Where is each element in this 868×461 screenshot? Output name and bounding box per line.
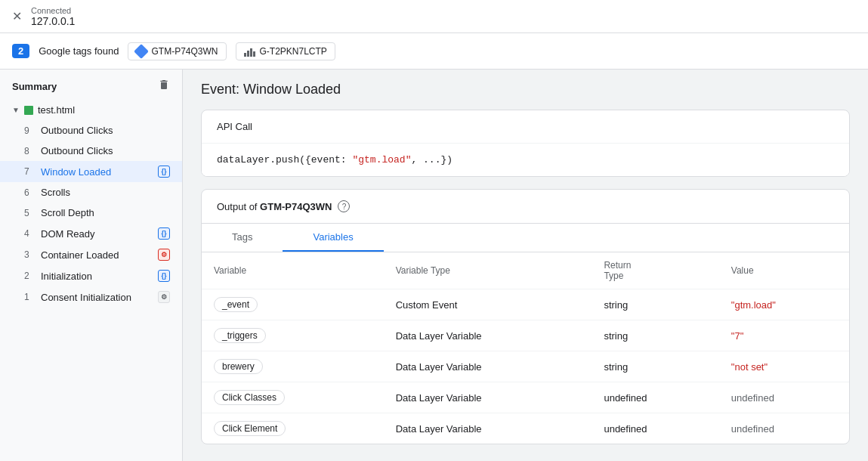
tags-bar: 2 Google tags found GTM-P74Q3WN G-T2PKN7… — [0, 33, 868, 70]
event-badge: {} — [158, 166, 170, 178]
sidebar-header: Summary — [0, 70, 182, 100]
cell-return-type: undefined — [592, 413, 718, 444]
sidebar-event-6[interactable]: 6Scrolls — [0, 182, 182, 203]
output-card: Output of GTM-P74Q3WN ? Tags Variables V… — [201, 189, 850, 444]
col-variable: Variable — [202, 252, 384, 289]
event-num: 6 — [24, 187, 35, 198]
cell-return-type: string — [592, 289, 718, 320]
close-icon[interactable]: ✕ — [12, 9, 22, 23]
ga-tag-badge[interactable]: G-T2PKN7LCTP — [236, 42, 335, 60]
event-name: DOM Ready — [41, 228, 152, 240]
connected-info: Connected 127.0.0.1 — [31, 6, 75, 27]
var-table-body: _eventCustom Eventstring"gtm.load"_trigg… — [202, 289, 849, 444]
event-num: 8 — [24, 146, 35, 156]
api-call-code: dataLayer.push({event: "gtm.load", ...}) — [202, 144, 849, 176]
event-num: 4 — [24, 228, 35, 239]
ga-tag-label: G-T2PKN7LCTP — [260, 46, 327, 57]
event-name: Outbound Clicks — [41, 125, 170, 136]
code-datalayer: dataLayer.push({event: — [217, 154, 352, 166]
cell-variable: _triggers — [202, 320, 384, 351]
sidebar-title: Summary — [12, 81, 57, 92]
content-area: Event: Window Loaded API Call dataLayer.… — [183, 70, 868, 461]
col-return-type: ReturnType — [592, 252, 718, 289]
gtm-tag-badge[interactable]: GTM-P74Q3WN — [128, 42, 226, 60]
col-value: Value — [719, 252, 849, 289]
cell-variable-type: Data Layer Variable — [384, 413, 592, 444]
sidebar-event-8[interactable]: 8Outbound Clicks — [0, 141, 182, 161]
connected-label: Connected — [31, 6, 75, 15]
cell-variable-type: Data Layer Variable — [384, 351, 592, 382]
tree-parent[interactable]: ▼ test.html — [0, 100, 182, 120]
table-header-row: Variable Variable Type ReturnType Value — [202, 252, 849, 289]
sidebar-event-7[interactable]: 7Window Loaded{} — [0, 161, 182, 182]
api-call-card: API Call dataLayer.push({event: "gtm.loa… — [201, 110, 850, 177]
sidebar-event-4[interactable]: 4DOM Ready{} — [0, 223, 182, 244]
output-header: Output of GTM-P74Q3WN ? — [202, 190, 849, 224]
code-rest: , ...}) — [411, 154, 453, 166]
event-num: 2 — [24, 271, 35, 281]
cell-return-type: string — [592, 320, 718, 351]
gtm-tag-label: GTM-P74Q3WN — [151, 46, 218, 57]
event-name: Consent Initialization — [41, 292, 152, 303]
variables-table: Variable Variable Type ReturnType Value … — [202, 252, 849, 444]
table-row: Click ElementData Layer Variableundefine… — [202, 413, 849, 444]
cell-value: "gtm.load" — [719, 289, 849, 320]
tags-count: 2 — [12, 44, 29, 58]
variable-chip: _event — [214, 297, 258, 312]
event-title: Event: Window Loaded — [183, 70, 868, 110]
cell-value: undefined — [719, 413, 849, 444]
variable-chip: Click Element — [214, 421, 286, 436]
event-name: Window Loaded — [41, 166, 152, 178]
cell-variable: brewery — [202, 351, 384, 382]
tags-found-label: Google tags found — [39, 45, 119, 57]
events-list: 9Outbound Clicks8Outbound Clicks7Window … — [0, 120, 182, 308]
cell-variable-type: Data Layer Variable — [384, 320, 592, 351]
sidebar-event-5[interactable]: 5Scroll Depth — [0, 203, 182, 223]
cell-variable: _event — [202, 289, 384, 320]
tree-arrow: ▼ — [12, 106, 20, 114]
code-event-value: "gtm.load" — [352, 154, 411, 166]
event-name: Scrolls — [41, 187, 170, 198]
event-name: Container Loaded — [41, 249, 152, 261]
event-name: Initialization — [41, 271, 152, 282]
event-name: Outbound Clicks — [41, 145, 170, 156]
sidebar-event-9[interactable]: 9Outbound Clicks — [0, 120, 182, 141]
table-row: Click ClassesData Layer Variableundefine… — [202, 382, 849, 413]
event-badge: {} — [158, 227, 170, 240]
table-row: _eventCustom Eventstring"gtm.load" — [202, 289, 849, 320]
cell-variable: Click Classes — [202, 382, 384, 413]
table-row: _triggersData Layer Variablestring"7" — [202, 320, 849, 351]
cell-value: "7" — [719, 320, 849, 351]
sidebar-event-1[interactable]: 1Consent Initialization⚙ — [0, 286, 182, 308]
sidebar-event-3[interactable]: 3Container Loaded⚙ — [0, 244, 182, 265]
variable-chip: _triggers — [214, 328, 266, 343]
help-icon[interactable]: ? — [338, 200, 350, 212]
sidebar: Summary ▼ test.html 9Outbound Clicks8Out… — [0, 70, 183, 461]
cell-variable-type: Data Layer Variable — [384, 382, 592, 413]
top-bar: ✕ Connected 127.0.0.1 — [0, 0, 868, 33]
gtm-diamond-icon — [134, 44, 150, 59]
green-square-icon — [24, 106, 33, 115]
event-name: Scroll Depth — [41, 207, 170, 218]
api-call-section-title: API Call — [202, 110, 849, 144]
tab-tags[interactable]: Tags — [202, 224, 283, 252]
cell-value: "not set" — [719, 351, 849, 382]
event-num: 1 — [24, 292, 35, 302]
event-num: 7 — [24, 166, 35, 177]
tab-variables[interactable]: Variables — [283, 224, 383, 252]
delete-icon[interactable] — [158, 79, 170, 94]
variable-chip: brewery — [214, 359, 263, 374]
cell-variable: Click Element — [202, 413, 384, 444]
tabs-bar: Tags Variables — [202, 224, 849, 252]
ga-bar-icon — [244, 46, 255, 57]
table-row: breweryData Layer Variablestring"not set… — [202, 351, 849, 382]
variable-chip: Click Classes — [214, 390, 285, 405]
event-num: 3 — [24, 249, 35, 260]
event-num: 5 — [24, 208, 35, 218]
event-badge: ⚙ — [158, 291, 170, 303]
event-num: 9 — [24, 125, 35, 136]
cell-return-type: string — [592, 351, 718, 382]
col-variable-type: Variable Type — [384, 252, 592, 289]
cell-return-type: undefined — [592, 382, 718, 413]
sidebar-event-2[interactable]: 2Initialization{} — [0, 265, 182, 286]
